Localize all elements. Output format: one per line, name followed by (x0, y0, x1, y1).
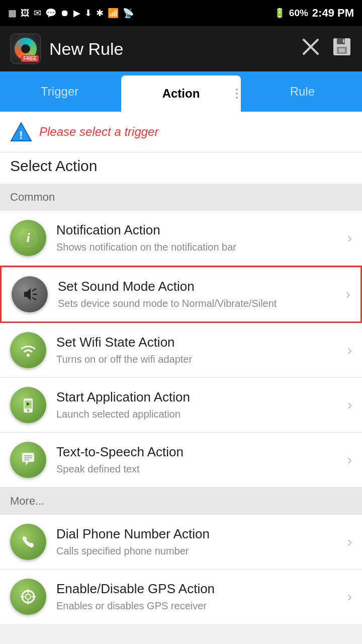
chevron-icon: › (347, 452, 352, 468)
svg-point-23 (26, 594, 31, 599)
notification-icon: i (10, 220, 46, 256)
svg-point-14 (27, 354, 30, 357)
tab-rule[interactable]: Rule (243, 71, 362, 112)
signal-icon: 📡 (123, 8, 134, 19)
svg-text:!: ! (19, 129, 23, 141)
category-common: Common (0, 184, 362, 211)
tab-action[interactable]: Action (121, 75, 240, 112)
gps-title: Enable/Disable GPS Action (56, 581, 342, 597)
list-item[interactable]: Set Wifi State Action Turns on or off th… (0, 323, 362, 378)
sound-mode-subtitle: Sets device sound mode to Normal/Vibrate… (58, 296, 341, 310)
wifi-status-icon: 📶 (108, 8, 119, 19)
gps-subtitle: Enables or disables GPS receiver (56, 599, 342, 613)
record-icon: ⏺ (60, 8, 69, 19)
svg-line-13 (33, 298, 36, 300)
phone-subtitle: Calls specified phone number (56, 544, 342, 558)
list-item[interactable]: Text-to-Speech Action Speak defined text… (0, 433, 362, 488)
wifi-icon (10, 332, 46, 368)
battery-text: 60% (289, 8, 308, 19)
app-logo: FREE (10, 33, 41, 64)
app-bar-brand: FREE New Rule (10, 33, 123, 64)
chevron-icon: › (347, 342, 352, 358)
list-item[interactable]: Enable/Disable GPS Action Enables or dis… (0, 570, 362, 624)
app-bar: FREE New Rule (0, 26, 362, 71)
tts-icon (10, 442, 46, 478)
status-icons: ▦ 🖼 ✉ 💬 ⏺ ▶ ⬇ ✱ 📶 📡 (8, 8, 134, 19)
chevron-icon: › (347, 230, 352, 246)
list-item[interactable]: i Notification Action Shows notification… (0, 211, 362, 266)
list-item[interactable]: Start Application Action Launch selected… (0, 378, 362, 433)
tts-title: Text-to-Speech Action (56, 444, 342, 460)
app-bar-actions (302, 37, 352, 61)
app-launch-title: Start Application Action (56, 389, 342, 405)
sound-mode-title: Set Sound Mode Action (58, 279, 341, 294)
list-item[interactable]: Set Sound Mode Action Sets device sound … (0, 266, 362, 323)
sound-mode-content: Set Sound Mode Action Sets device sound … (58, 279, 341, 310)
section-title: Select Action (0, 152, 362, 184)
tabs-bar: Trigger Action Rule (0, 71, 362, 112)
wifi-content: Set Wifi State Action Turns on or off th… (56, 335, 342, 366)
chevron-icon: › (346, 286, 350, 302)
gmail-icon: ✉ (34, 8, 41, 19)
close-button[interactable] (302, 38, 320, 60)
notification-subtitle: Shows notification on the notification b… (56, 240, 342, 254)
gallery-icon: 🖼 (21, 8, 30, 19)
app-launch-content: Start Application Action Launch selected… (56, 389, 342, 421)
play-icon: ▶ (73, 8, 80, 19)
warning-text: Please select a trigger (39, 125, 158, 139)
sound-icon (12, 276, 48, 312)
svg-rect-6 (343, 39, 344, 43)
phone-content: Dial Phone Number Action Calls specified… (56, 526, 342, 558)
download-icon: ⬇ (84, 8, 92, 19)
status-right: 🔋 60% 2:49 PM (274, 7, 354, 20)
svg-line-11 (33, 289, 36, 291)
free-badge: FREE (21, 55, 39, 62)
talk-icon: 💬 (45, 8, 56, 19)
chevron-icon: › (347, 397, 352, 413)
wifi-subtitle: Turns on or off the wifi adapter (56, 352, 342, 366)
app-launch-subtitle: Launch selected application (56, 407, 342, 421)
sim-icon: ▦ (8, 8, 17, 19)
gps-icon (10, 579, 46, 615)
logo-center (21, 44, 30, 53)
svg-text:i: i (26, 230, 30, 245)
chevron-icon: › (347, 589, 352, 605)
warning-icon: ! (10, 121, 32, 143)
bluetooth-icon: ✱ (96, 8, 104, 19)
tts-content: Text-to-Speech Action Speak defined text (56, 444, 342, 476)
list-item[interactable]: Dial Phone Number Action Calls specified… (0, 515, 362, 570)
notification-content: Notification Action Shows notification o… (56, 222, 342, 254)
tab-trigger[interactable]: Trigger (0, 71, 119, 112)
battery-icon: 🔋 (274, 8, 285, 19)
warning-bar: ! Please select a trigger (0, 112, 362, 152)
phone-title: Dial Phone Number Action (56, 526, 342, 542)
app-launch-icon (10, 387, 46, 423)
notification-title: Notification Action (56, 222, 342, 238)
tts-subtitle: Speak defined text (56, 462, 342, 476)
wifi-title: Set Wifi State Action (56, 335, 342, 350)
svg-rect-5 (339, 48, 345, 52)
clock: 2:49 PM (312, 7, 354, 20)
save-button[interactable] (332, 37, 352, 61)
phone-icon (10, 524, 46, 560)
category-more: More... (0, 488, 362, 515)
svg-point-18 (27, 410, 29, 412)
page-title: New Rule (49, 39, 123, 59)
gps-content: Enable/Disable GPS Action Enables or dis… (56, 581, 342, 613)
chevron-icon: › (347, 534, 352, 550)
status-bar: ▦ 🖼 ✉ 💬 ⏺ ▶ ⬇ ✱ 📶 📡 🔋 60% 2:49 PM (0, 0, 362, 26)
